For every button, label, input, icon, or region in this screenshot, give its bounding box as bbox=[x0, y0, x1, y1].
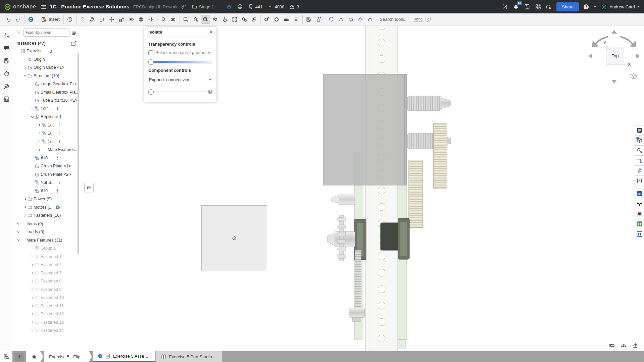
ivory-gear-mid[interactable] bbox=[409, 160, 423, 228]
tasks-icon[interactable] bbox=[524, 4, 530, 10]
chevron-down-icon[interactable] bbox=[16, 221, 20, 226]
chevron-right-icon[interactable] bbox=[23, 213, 28, 218]
config-cube-icon[interactable] bbox=[635, 135, 644, 146]
selection-box[interactable] bbox=[201, 205, 267, 271]
tab-exercise-5-flip[interactable]: Exercise 5 - Flip bbox=[44, 351, 92, 362]
checkbox-box[interactable] bbox=[148, 50, 153, 55]
rotate-right-arrow[interactable] bbox=[620, 36, 636, 47]
tree-item-fastened-13[interactable]: Fastened 13 bbox=[13, 318, 80, 327]
tree-item-fasteners-16[interactable]: Fasteners (16) bbox=[13, 211, 80, 220]
tree-item-large-gearbox-pla[interactable]: Large Gearbox Pla... bbox=[13, 80, 80, 88]
tree-item-loads-0[interactable]: Loads (0) bbox=[13, 228, 80, 236]
stopwatch-icon[interactable] bbox=[1, 67, 12, 80]
tube-hole[interactable] bbox=[378, 203, 385, 211]
plate-tab[interactable] bbox=[398, 340, 405, 348]
ivory-gear-right[interactable] bbox=[434, 123, 447, 189]
tilt-up-arrow[interactable] bbox=[611, 30, 617, 34]
tape-measure-icon[interactable] bbox=[608, 342, 615, 349]
tube-hole[interactable] bbox=[378, 318, 385, 326]
display-states-button[interactable] bbox=[191, 15, 200, 24]
tree-item-fastened-11[interactable]: Fastened 11 bbox=[13, 302, 80, 310]
sprocket-tooth[interactable] bbox=[338, 240, 346, 244]
select-transparent-checkbox[interactable]: Select transparent geometry bbox=[148, 50, 212, 55]
tube-hole[interactable] bbox=[378, 187, 385, 194]
tube-hole[interactable] bbox=[378, 269, 385, 276]
robot-app-icon[interactable] bbox=[635, 209, 644, 219]
planar-mate-button[interactable] bbox=[107, 15, 116, 24]
tree-item-group-1[interactable]: Group 1 bbox=[13, 244, 80, 253]
tree-item-10[interactable]: #10 ... bbox=[13, 154, 80, 162]
new-tab-button[interactable] bbox=[15, 353, 24, 361]
cut-list-icon[interactable] bbox=[1, 93, 12, 105]
onshape-logo[interactable]: onshape bbox=[4, 3, 36, 10]
expand-slider-track[interactable] bbox=[149, 92, 206, 92]
tree-item-1[interactable]: 1/... bbox=[13, 129, 80, 138]
hex-bolt-head[interactable] bbox=[349, 308, 364, 317]
sprocket-tooth[interactable] bbox=[338, 254, 346, 258]
bom-button[interactable] bbox=[304, 15, 313, 24]
view-cube[interactable]: Top Y X bbox=[584, 26, 644, 88]
sidebar-scrollbar[interactable] bbox=[78, 53, 79, 254]
chevron-down-icon[interactable] bbox=[16, 229, 20, 234]
download-icon[interactable] bbox=[55, 205, 60, 210]
tree-item-fastened-1[interactable]: Fastened 1 bbox=[13, 253, 80, 261]
sync-button[interactable] bbox=[26, 15, 35, 24]
belt-button[interactable] bbox=[346, 15, 355, 24]
in-context-icon[interactable] bbox=[635, 145, 644, 156]
tube-hole[interactable] bbox=[378, 335, 385, 342]
rotate-left-step-arrow[interactable] bbox=[589, 53, 592, 59]
chevron-right-icon[interactable] bbox=[30, 271, 35, 275]
mass-properties-icon[interactable] bbox=[632, 342, 639, 349]
standoff-bolt[interactable] bbox=[339, 194, 355, 205]
filter-funnel-icon[interactable] bbox=[16, 30, 21, 36]
animate-rotate-button[interactable] bbox=[327, 15, 336, 24]
help-caret-icon[interactable] bbox=[593, 5, 596, 8]
chevron-right-icon[interactable] bbox=[30, 106, 35, 111]
versions-icon[interactable] bbox=[502, 4, 508, 10]
splined-shaft-upper[interactable] bbox=[407, 96, 441, 111]
sprocket-tooth[interactable] bbox=[338, 217, 346, 221]
chevron-right-icon[interactable] bbox=[30, 254, 35, 259]
drag-parts-button[interactable] bbox=[220, 15, 230, 24]
feature-doc-icon[interactable] bbox=[1, 54, 12, 67]
stat-copies[interactable]: 441 bbox=[248, 4, 263, 10]
tilt-down-arrow[interactable] bbox=[611, 80, 617, 84]
support-icon[interactable] bbox=[546, 4, 552, 10]
tree-item-replicate-1[interactable]: Replicate 1 bbox=[13, 113, 80, 121]
sheet-metal-button[interactable] bbox=[250, 15, 259, 24]
close-icon[interactable]: ✕ bbox=[209, 30, 213, 35]
comments-icon[interactable] bbox=[1, 42, 12, 54]
tube-hole[interactable] bbox=[378, 286, 385, 293]
chevron-right-icon[interactable] bbox=[30, 320, 35, 325]
chevron-right-icon[interactable] bbox=[30, 279, 35, 283]
stat-education-cap[interactable] bbox=[226, 4, 232, 10]
stat-mate-connector[interactable]: 4008 bbox=[267, 4, 284, 10]
tree-item-fastened-12[interactable]: Fastened 12 bbox=[13, 310, 80, 318]
list-view-icon[interactable] bbox=[71, 30, 77, 36]
chevron-right-icon[interactable] bbox=[30, 312, 35, 316]
filter-input[interactable] bbox=[23, 29, 69, 37]
slot-mate-button[interactable] bbox=[169, 15, 178, 24]
gear-relation-button[interactable] bbox=[262, 15, 271, 24]
tab-search-icon[interactable] bbox=[0, 351, 12, 362]
tree-item-structure-10[interactable]: Structure (10) bbox=[13, 72, 80, 80]
tube-hole[interactable] bbox=[378, 55, 385, 63]
mate-connector-add-icon[interactable] bbox=[1, 29, 12, 42]
isolate-button[interactable] bbox=[201, 15, 210, 24]
chevron-down-icon[interactable] bbox=[23, 73, 28, 78]
tree-item-fastened-14[interactable]: Fastened 14 bbox=[13, 326, 80, 335]
chevron-right-icon[interactable] bbox=[37, 147, 42, 152]
tree-item-1[interactable]: 1/... bbox=[13, 121, 80, 130]
chevron-down-icon[interactable] bbox=[30, 114, 35, 119]
tree-item-fastened-4[interactable]: Fastened 4 bbox=[13, 261, 80, 269]
output-shaft-tip[interactable] bbox=[328, 233, 335, 246]
tree-item-tube-2-x1-x16-1[interactable]: Tube 2"x1"x16" <1> bbox=[13, 96, 80, 105]
chevron-down-icon[interactable] bbox=[16, 238, 20, 243]
expand-dropdown[interactable]: Expand: connectivity ▼ bbox=[148, 76, 212, 84]
sprocket-tooth[interactable] bbox=[338, 225, 346, 229]
butterfly-app-icon[interactable] bbox=[635, 199, 644, 209]
named-views-button[interactable] bbox=[211, 15, 220, 24]
pin-slot-mate-button[interactable] bbox=[127, 15, 136, 24]
tree-item-items-0[interactable]: Items (0) bbox=[13, 220, 80, 228]
chevron-right-icon[interactable] bbox=[30, 287, 35, 292]
